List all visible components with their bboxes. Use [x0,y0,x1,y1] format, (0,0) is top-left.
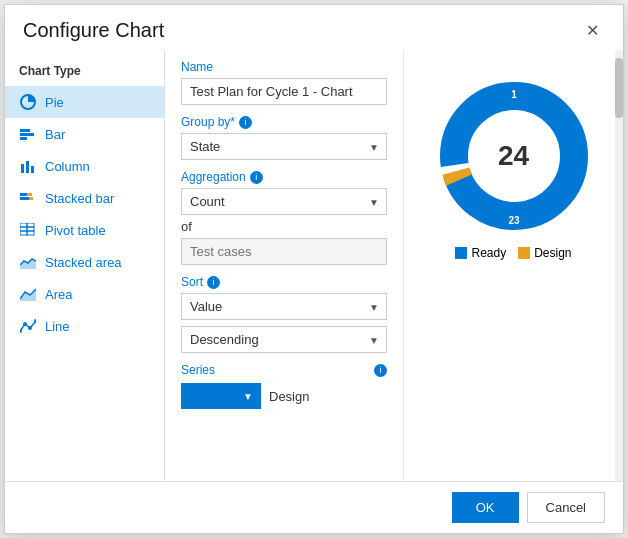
svg-rect-11 [20,223,27,227]
line-icon [19,317,37,335]
scrollbar-thumb[interactable] [615,58,623,118]
column-icon [19,157,37,175]
of-input [181,238,387,265]
series-row: ▼ Design [181,383,387,409]
configure-chart-dialog: Configure Chart ✕ Chart Type Pie [4,4,624,534]
svg-rect-10 [29,197,33,200]
group-by-select-wrapper: State Priority Assigned To ▼ [181,133,387,160]
donut-total-label: 24 [498,140,529,172]
chart-type-item-line[interactable]: Line [5,310,164,342]
svg-rect-5 [26,161,29,173]
pivot-icon [19,221,37,239]
legend-ready-dot [455,247,467,259]
svg-rect-7 [20,193,27,196]
legend-ready-label: Ready [471,246,506,260]
svg-rect-1 [20,129,30,132]
dialog-header: Configure Chart ✕ [5,5,623,50]
chart-legend: Ready Design [455,246,571,260]
svg-text:23: 23 [508,215,520,226]
stacked-area-icon [19,253,37,271]
scrollbar-track[interactable] [615,50,623,481]
pivot-label: Pivot table [45,223,106,238]
chart-type-item-column[interactable]: Column [5,150,164,182]
aggregation-info-icon: i [250,171,263,184]
svg-rect-3 [20,137,27,140]
pie-label: Pie [45,95,64,110]
svg-point-20 [23,322,27,326]
chart-type-label: Chart Type [5,60,164,86]
svg-text:1: 1 [511,89,517,100]
svg-rect-4 [21,164,24,173]
stacked-bar-label: Stacked bar [45,191,114,206]
chart-type-item-pivot[interactable]: Pivot table [5,214,164,246]
stacked-area-label: Stacked area [45,255,122,270]
aggregation-select[interactable]: Count Sum Average [181,188,387,215]
svg-marker-17 [20,259,36,269]
legend-design-dot [518,247,530,259]
sort-label: Sort i [181,275,387,289]
svg-rect-6 [31,166,34,173]
legend-item-ready: Ready [455,246,506,260]
donut-chart: 1 23 24 [434,76,594,236]
bar-label: Bar [45,127,65,142]
svg-rect-13 [20,227,27,231]
svg-rect-12 [27,223,34,227]
preview-panel: 1 23 24 Ready Design [403,50,623,481]
area-label: Area [45,287,72,302]
sort-value-select[interactable]: Value Label [181,293,387,320]
svg-rect-16 [27,231,34,235]
chart-type-item-bar[interactable]: Bar [5,118,164,150]
series-color-button[interactable]: ▼ [181,383,261,409]
svg-rect-8 [27,193,32,196]
dialog-body: Chart Type Pie [5,50,623,481]
aggregation-label: Aggregation i [181,170,387,184]
sort-order-select[interactable]: Descending Ascending [181,326,387,353]
stacked-bar-icon [19,189,37,207]
group-by-label: Group by* i [181,115,387,129]
svg-rect-9 [20,197,29,200]
svg-rect-15 [20,231,27,235]
line-label: Line [45,319,70,334]
sort-value-select-wrapper: Value Label ▼ [181,293,387,320]
chart-type-item-stacked-area[interactable]: Stacked area [5,246,164,278]
svg-rect-2 [20,133,34,136]
series-info-icon: i [374,364,387,377]
close-button[interactable]: ✕ [580,21,605,41]
chart-type-item-area[interactable]: Area [5,278,164,310]
area-icon [19,285,37,303]
of-label: of [181,219,387,234]
ok-button[interactable]: OK [452,492,519,523]
series-chevron-icon: ▼ [243,391,253,402]
bar-icon [19,125,37,143]
series-color-swatch [189,388,205,404]
dialog-footer: OK Cancel [5,481,623,533]
chart-type-item-stacked-bar[interactable]: Stacked bar [5,182,164,214]
svg-rect-14 [27,227,34,231]
legend-item-design: Design [518,246,571,260]
sort-order-select-wrapper: Descending Ascending ▼ [181,326,387,353]
chart-type-item-pie[interactable]: Pie [5,86,164,118]
pie-icon [19,93,37,111]
config-panel: Name Group by* i State Priority Assigned… [165,50,403,481]
column-label: Column [45,159,90,174]
aggregation-select-wrapper: Count Sum Average ▼ [181,188,387,215]
series-name-label: Design [269,389,309,404]
name-input[interactable] [181,78,387,105]
group-by-info-icon: i [239,116,252,129]
chart-type-panel: Chart Type Pie [5,50,165,481]
sort-info-icon: i [207,276,220,289]
legend-design-label: Design [534,246,571,260]
series-label: Series i [181,363,387,377]
svg-point-21 [28,326,32,330]
cancel-button[interactable]: Cancel [527,492,605,523]
dialog-title: Configure Chart [23,19,164,42]
group-by-select[interactable]: State Priority Assigned To [181,133,387,160]
name-label: Name [181,60,387,74]
